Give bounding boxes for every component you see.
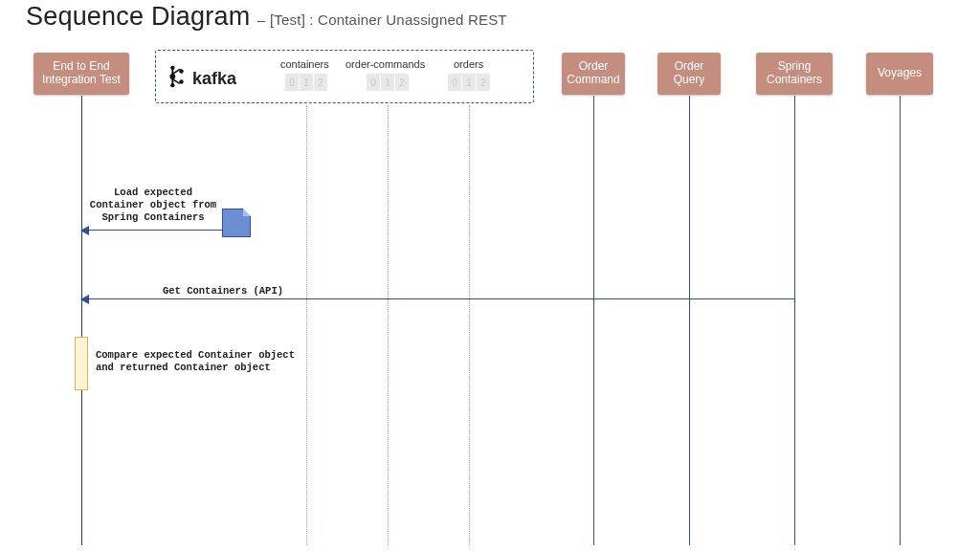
- participant-order-command: Order Command: [562, 53, 625, 95]
- activation-e2e: [75, 337, 88, 390]
- kafka-cluster-box: kafka containers 0 1 2 order-commands 0 …: [155, 50, 534, 103]
- lifeline-voyages: [900, 96, 901, 545]
- connector-get-containers-api: [81, 298, 794, 299]
- lifeline-order-command: [593, 96, 594, 545]
- lifeline-order-query: [689, 96, 690, 545]
- partition-digit: 0: [285, 74, 299, 91]
- participant-order-query-label: Order Query: [674, 60, 705, 87]
- kafka-icon: [166, 64, 187, 94]
- participant-spring-containers-label: Spring Containers: [767, 60, 822, 87]
- participant-spring-containers: Spring Containers: [756, 53, 833, 95]
- message-load-expected: Load expected Container object from Spri…: [86, 187, 220, 224]
- participant-order-query: Order Query: [657, 53, 721, 95]
- topic-partitions-orders: 0 1 2: [448, 74, 490, 91]
- topic-partitions-containers: 0 1 2: [285, 74, 327, 91]
- topic-label-containers: containers: [280, 58, 329, 70]
- message-get-containers-api: Get Containers (API): [163, 285, 283, 298]
- participant-e2e-label: End to End Integration Test: [42, 60, 121, 87]
- partition-digit: 2: [477, 74, 490, 91]
- svg-point-4: [179, 79, 183, 83]
- partition-digit: 1: [462, 74, 476, 91]
- partition-digit: 1: [300, 74, 313, 91]
- title-sub: – [Test] : Container Unassigned REST: [257, 11, 507, 28]
- participant-e2e: End to End Integration Test: [33, 53, 129, 95]
- lifeline-spring-containers: [794, 96, 795, 545]
- page-title: Sequence Diagram – [Test] : Container Un…: [26, 2, 507, 32]
- note-icon: [222, 209, 251, 237]
- participant-voyages-label: Voyages: [878, 67, 922, 80]
- partition-digit: 2: [314, 74, 327, 91]
- lifeline-topic-orders: [469, 105, 470, 545]
- kafka-brand-label: kafka: [192, 69, 236, 89]
- topic-partitions-order-commands: 0 1 2: [367, 74, 409, 91]
- lifeline-topic-order-commands: [388, 105, 389, 545]
- partition-digit: 0: [448, 74, 461, 91]
- title-main: Sequence Diagram: [26, 2, 250, 31]
- participant-order-command-label: Order Command: [567, 60, 619, 87]
- topic-label-orders: orders: [454, 58, 483, 70]
- partition-digit: 1: [381, 74, 394, 91]
- lifeline-e2e: [81, 96, 82, 545]
- arrowhead-left-icon: [80, 295, 89, 304]
- topic-label-order-commands: order-commands: [345, 58, 425, 70]
- participant-voyages: Voyages: [866, 53, 933, 95]
- partition-digit: 2: [395, 74, 409, 91]
- lifeline-topic-containers: [306, 105, 307, 545]
- partition-digit: 0: [367, 74, 380, 91]
- kafka-logo: kafka: [166, 64, 236, 94]
- connector-load-expected: [81, 230, 234, 231]
- message-compare-objects: Compare expected Container object and re…: [96, 349, 316, 374]
- arrowhead-left-icon: [80, 226, 89, 235]
